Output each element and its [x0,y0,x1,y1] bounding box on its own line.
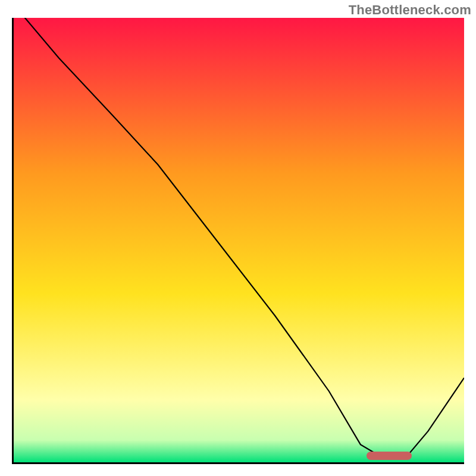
watermark-text: TheBottleneck.com [349,2,471,18]
optimal-range-marker [367,452,412,460]
plot-area [12,18,464,464]
chart-container: TheBottleneck.com [0,0,476,476]
bottleneck-curve [14,18,464,462]
